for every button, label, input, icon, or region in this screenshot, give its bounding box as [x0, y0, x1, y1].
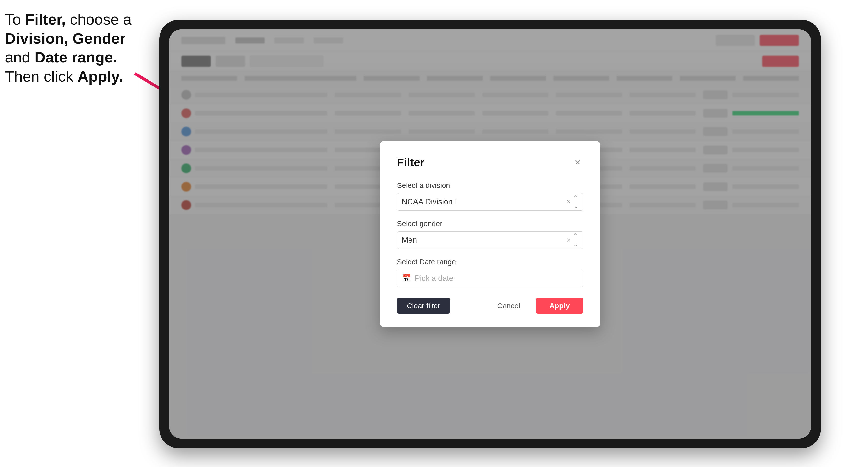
date-label: Select Date range: [397, 258, 583, 266]
division-arrow-icon: ⌃⌄: [573, 194, 579, 210]
division-value: NCAA Division I: [402, 197, 457, 206]
instruction-line3: and Date range.: [5, 49, 117, 66]
gender-controls: × ⌃⌄: [566, 232, 579, 248]
apply-button[interactable]: Apply: [536, 298, 583, 314]
division-controls: × ⌃⌄: [566, 194, 579, 210]
division-clear-icon[interactable]: ×: [566, 198, 570, 206]
date-placeholder: Pick a date: [415, 274, 453, 283]
gender-clear-icon[interactable]: ×: [566, 236, 570, 244]
date-input[interactable]: 📅 Pick a date: [397, 270, 583, 287]
gender-arrow-icon: ⌃⌄: [573, 232, 579, 248]
date-group: Select Date range 📅 Pick a date: [397, 258, 583, 287]
instruction-text: To Filter, choose a Division, Gender and…: [5, 10, 147, 86]
filter-modal: Filter × Select a division NCAA Division…: [380, 141, 600, 327]
gender-select[interactable]: Men × ⌃⌄: [397, 231, 583, 249]
division-label: Select a division: [397, 181, 583, 190]
division-select[interactable]: NCAA Division I × ⌃⌄: [397, 193, 583, 211]
modal-header: Filter ×: [397, 156, 583, 169]
tablet-screen: Filter × Select a division NCAA Division…: [169, 29, 811, 439]
division-group: Select a division NCAA Division I × ⌃⌄: [397, 181, 583, 211]
instruction-line2: Division, Gender: [5, 30, 126, 47]
btn-group: Cancel Apply: [488, 298, 583, 314]
gender-label: Select gender: [397, 220, 583, 228]
calendar-icon: 📅: [402, 274, 411, 282]
gender-value: Men: [402, 236, 417, 245]
modal-footer: Clear filter Cancel Apply: [397, 298, 583, 314]
modal-overlay: Filter × Select a division NCAA Division…: [169, 29, 811, 439]
close-button[interactable]: ×: [572, 157, 583, 168]
tablet-frame: Filter × Select a division NCAA Division…: [159, 20, 821, 448]
clear-filter-button[interactable]: Clear filter: [397, 298, 450, 314]
instruction-line4: Then click Apply.: [5, 68, 123, 85]
instruction-line1: To Filter, choose a: [5, 11, 132, 28]
modal-title: Filter: [397, 156, 425, 169]
gender-group: Select gender Men × ⌃⌄: [397, 220, 583, 249]
cancel-button[interactable]: Cancel: [488, 298, 530, 314]
